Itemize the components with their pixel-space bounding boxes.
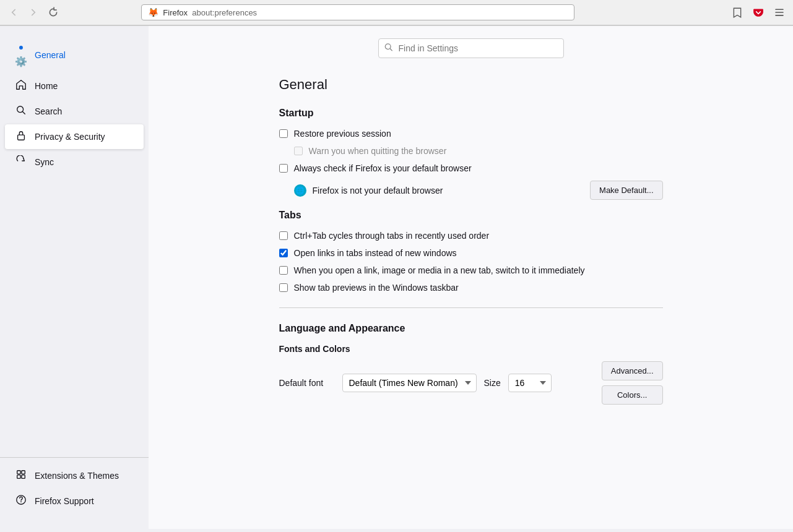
main-layout: ⚙️ General Home Search Priv bbox=[0, 26, 793, 529]
svg-line-5 bbox=[22, 111, 25, 114]
sidebar-sync-label: Sync bbox=[35, 157, 54, 167]
sidebar-item-support[interactable]: Firefox Support bbox=[5, 489, 144, 513]
sidebar-support-label: Firefox Support bbox=[35, 496, 94, 506]
fonts-colors-title: Fonts and Colors bbox=[279, 344, 663, 354]
default-browser-row: Always check if Firefox is your default … bbox=[279, 163, 663, 173]
sidebar-item-privacy[interactable]: Privacy & Security bbox=[5, 124, 144, 149]
svg-rect-7 bbox=[17, 471, 20, 474]
bookmark-button[interactable] bbox=[729, 4, 746, 21]
search-input[interactable] bbox=[378, 38, 564, 58]
switch-tab-label[interactable]: When you open a link, image or media in … bbox=[294, 265, 585, 275]
svg-rect-2 bbox=[775, 15, 784, 16]
forward-button[interactable] bbox=[25, 4, 42, 21]
colors-button[interactable]: Colors... bbox=[602, 385, 663, 405]
sidebar-home-label: Home bbox=[35, 81, 58, 91]
default-font-label: Default font bbox=[279, 378, 335, 388]
font-buttons: Advanced... Colors... bbox=[602, 361, 663, 405]
restore-session-checkbox[interactable] bbox=[279, 129, 288, 138]
content-area: General Startup Restore previous session… bbox=[149, 26, 793, 529]
ctrl-tab-row: Ctrl+Tab cycles through tabs in recently… bbox=[279, 231, 663, 241]
svg-rect-9 bbox=[17, 475, 20, 478]
home-icon bbox=[15, 79, 27, 93]
startup-title: Startup bbox=[279, 108, 663, 119]
search-nav-icon bbox=[15, 105, 27, 118]
not-default-info: 🌐 Firefox is not your default browser bbox=[294, 184, 443, 197]
menu-button[interactable] bbox=[771, 4, 788, 21]
sidebar-item-search[interactable]: Search bbox=[5, 99, 144, 124]
sidebar-extensions-label: Extensions & Themes bbox=[35, 471, 119, 481]
tab-url: about:preferences bbox=[190, 8, 257, 17]
search-bar-row bbox=[149, 26, 793, 64]
svg-line-13 bbox=[389, 48, 392, 51]
ctrl-tab-checkbox[interactable] bbox=[279, 231, 288, 240]
reload-button[interactable] bbox=[45, 4, 62, 21]
default-browser-label[interactable]: Always check if Firefox is your default … bbox=[294, 163, 472, 173]
sidebar-item-general[interactable]: ⚙️ General bbox=[5, 36, 144, 73]
tab-previews-checkbox[interactable] bbox=[279, 283, 288, 292]
open-links-row: Open links in tabs instead of new window… bbox=[279, 248, 663, 258]
make-default-button[interactable]: Make Default... bbox=[590, 181, 662, 200]
gear-icon: ⚙️ bbox=[15, 42, 27, 67]
svg-rect-10 bbox=[22, 475, 25, 478]
puzzle-icon bbox=[15, 469, 27, 483]
nav-buttons bbox=[5, 4, 62, 21]
font-controls: Default font Default (Times New Roman) A… bbox=[279, 361, 663, 405]
svg-rect-1 bbox=[775, 12, 784, 13]
advanced-button[interactable]: Advanced... bbox=[602, 361, 663, 380]
restore-session-row: Restore previous session bbox=[279, 129, 663, 139]
tab-title: Firefox bbox=[163, 8, 188, 17]
startup-section: Startup Restore previous session Warn yo… bbox=[279, 108, 663, 200]
tabs-section: Tabs Ctrl+Tab cycles through tabs in rec… bbox=[279, 210, 663, 293]
search-container bbox=[378, 38, 564, 58]
sync-icon bbox=[15, 155, 27, 169]
settings-content: General Startup Restore previous session… bbox=[254, 64, 688, 437]
sidebar-general-label: General bbox=[35, 50, 66, 60]
help-icon bbox=[15, 494, 27, 508]
default-browser-checkbox[interactable] bbox=[279, 164, 288, 173]
address-bar[interactable]: 🦊 Firefox about:preferences bbox=[141, 4, 574, 20]
open-links-checkbox[interactable] bbox=[279, 249, 288, 257]
svg-rect-6 bbox=[18, 135, 25, 140]
svg-rect-0 bbox=[775, 9, 784, 10]
sidebar-item-sync[interactable]: Sync bbox=[5, 150, 144, 174]
tab-previews-row: Show tab previews in the Windows taskbar bbox=[279, 283, 663, 293]
earth-icon: 🌐 bbox=[294, 184, 306, 197]
sidebar-search-label: Search bbox=[35, 106, 62, 116]
not-default-row: 🌐 Firefox is not your default browser Ma… bbox=[294, 181, 663, 200]
sidebar-nav: ⚙️ General Home Search Priv bbox=[0, 36, 149, 452]
tabs-title: Tabs bbox=[279, 210, 663, 221]
toolbar-icons bbox=[729, 4, 788, 21]
page-title: General bbox=[279, 77, 663, 93]
sidebar-item-extensions[interactable]: Extensions & Themes bbox=[5, 463, 144, 488]
sidebar-bottom: Extensions & Themes Firefox Support bbox=[0, 457, 149, 519]
ctrl-tab-label[interactable]: Ctrl+Tab cycles through tabs in recently… bbox=[294, 231, 490, 241]
sidebar-item-home[interactable]: Home bbox=[5, 74, 144, 98]
firefox-logo-icon: 🦊 bbox=[148, 7, 158, 17]
lock-icon bbox=[15, 130, 27, 144]
section-divider bbox=[279, 307, 663, 308]
size-select[interactable]: 12 14 16 18 20 bbox=[508, 374, 552, 392]
address-text: Firefox about:preferences bbox=[163, 8, 568, 17]
switch-tab-checkbox[interactable] bbox=[279, 266, 288, 275]
size-label: Size bbox=[484, 378, 501, 388]
tab-previews-label[interactable]: Show tab previews in the Windows taskbar bbox=[294, 283, 459, 293]
sidebar-privacy-label: Privacy & Security bbox=[35, 132, 105, 142]
language-appearance-title: Language and Appearance bbox=[279, 323, 663, 334]
pocket-button[interactable] bbox=[750, 4, 767, 21]
browser-toolbar: 🦊 Firefox about:preferences bbox=[0, 0, 793, 25]
warn-quitting-row: Warn you when quitting the browser bbox=[294, 146, 663, 156]
language-appearance-section: Language and Appearance Fonts and Colors… bbox=[279, 323, 663, 405]
font-select[interactable]: Default (Times New Roman) Arial Times Ne… bbox=[342, 374, 477, 392]
svg-rect-8 bbox=[22, 471, 25, 474]
back-button[interactable] bbox=[5, 4, 22, 21]
open-links-label[interactable]: Open links in tabs instead of new window… bbox=[294, 248, 457, 258]
switch-tab-row: When you open a link, image or media in … bbox=[279, 265, 663, 275]
warn-quitting-label[interactable]: Warn you when quitting the browser bbox=[309, 146, 447, 156]
sidebar: ⚙️ General Home Search Priv bbox=[0, 26, 149, 529]
warn-quitting-checkbox[interactable] bbox=[294, 147, 303, 155]
search-icon bbox=[384, 43, 393, 54]
restore-session-label[interactable]: Restore previous session bbox=[294, 129, 391, 139]
not-default-text: Firefox is not your default browser bbox=[313, 186, 443, 195]
browser-chrome: 🦊 Firefox about:preferences bbox=[0, 0, 793, 26]
